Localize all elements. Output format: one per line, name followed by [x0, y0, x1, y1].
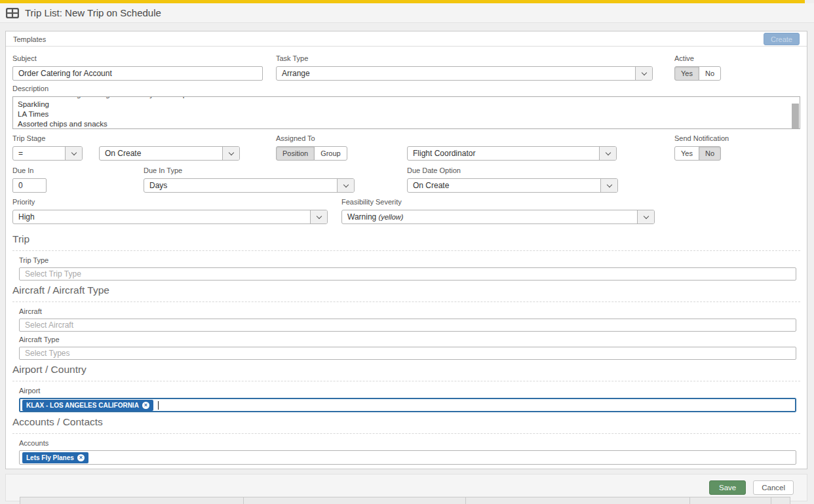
task-type-select[interactable]: Arrange: [276, 66, 653, 81]
section-title-accounts: Accounts / Contacts: [12, 416, 800, 428]
subject-input[interactable]: [12, 66, 263, 81]
priority-label: Priority: [12, 198, 328, 206]
templates-panel: Templates Create Subject Task Type Arran…: [5, 31, 807, 469]
accounts-input[interactable]: Lets Fly Planes ×: [19, 450, 796, 465]
description-scrollbar[interactable]: [791, 97, 800, 128]
due-in-type-label: Due In Type: [144, 166, 355, 175]
trip-stage-operator-select[interactable]: =: [12, 146, 83, 161]
column-divider: [465, 497, 466, 504]
column-divider: [689, 497, 690, 504]
chevron-down-icon: [635, 67, 652, 80]
trip-stage-field-group: Trip Stage = On Create: [12, 134, 240, 161]
create-button[interactable]: Create: [764, 33, 800, 45]
task-type-label: Task Type: [276, 54, 653, 63]
section-title-trip: Trip: [12, 233, 800, 245]
trip-stage-value: On Create: [100, 147, 222, 160]
trip-stage-select[interactable]: On Create: [99, 146, 240, 161]
feasibility-severity-select[interactable]: Warning (yellow): [341, 210, 655, 224]
priority-value: High: [13, 210, 310, 223]
due-date-option-value: On Create: [408, 179, 600, 192]
table-grid-icon: [6, 8, 19, 18]
app-header: Trip List: New Trip on Schedule: [0, 3, 814, 23]
feasibility-severity-note: (yellow): [379, 213, 404, 221]
trip-type-input[interactable]: [19, 267, 796, 281]
assigned-to-group-button[interactable]: Group: [314, 146, 347, 161]
text-cursor: [158, 401, 159, 410]
column-divider: [771, 497, 771, 504]
chevron-down-icon: [310, 210, 327, 223]
due-in-label: Due In: [12, 166, 47, 175]
feasibility-severity-field-group: Feasibility Severity Warning (yellow): [341, 198, 655, 224]
send-notification-yes-button[interactable]: Yes: [674, 146, 699, 161]
active-no-button[interactable]: No: [699, 66, 721, 81]
chevron-down-icon: [337, 179, 354, 192]
section-divider: [12, 301, 800, 302]
feasibility-severity-label: Feasibility Severity: [341, 198, 655, 206]
send-notification-label: Send Notification: [674, 134, 729, 143]
airport-input[interactable]: KLAX - LOS ANGELES CALIFORNIA ×: [19, 398, 796, 412]
assigned-to-toggle: Position Group: [276, 146, 347, 161]
remove-tag-icon[interactable]: ×: [77, 454, 85, 461]
task-type-value: Arrange: [277, 67, 635, 80]
chevron-down-icon: [600, 179, 617, 192]
templates-panel-title: Templates: [13, 35, 46, 43]
active-toggle: Yes No: [674, 66, 721, 81]
due-in-type-select[interactable]: Days: [144, 178, 355, 193]
subject-field-group: Subject: [12, 54, 263, 81]
task-type-field-group: Task Type Arrange: [276, 54, 653, 81]
airport-tag-text: KLAX - LOS ANGELES CALIFORNIA: [26, 402, 139, 409]
chevron-down-icon: [65, 147, 82, 160]
due-date-option-select[interactable]: On Create: [407, 178, 618, 193]
description-textarea[interactable]: Order the following catering for each da…: [12, 96, 800, 129]
due-date-option-field-group: Due Date Option On Create: [407, 166, 618, 193]
send-notification-no-button[interactable]: No: [699, 146, 721, 161]
account-tag: Lets Fly Planes ×: [22, 452, 88, 463]
aircraft-type-label: Aircraft Type: [19, 336, 800, 344]
priority-select[interactable]: High: [12, 210, 328, 224]
scrollbar-thumb[interactable]: [792, 104, 799, 129]
save-button[interactable]: Save: [709, 480, 746, 495]
remove-tag-icon[interactable]: ×: [142, 402, 149, 409]
section-title-aircraft: Aircraft / Aircraft Type: [12, 284, 800, 296]
due-in-input[interactable]: [12, 178, 47, 193]
active-yes-button[interactable]: Yes: [674, 66, 699, 81]
priority-field-group: Priority High: [12, 198, 328, 224]
airport-tag: KLAX - LOS ANGELES CALIFORNIA ×: [22, 400, 153, 411]
due-in-field-group: Due In: [12, 166, 47, 193]
templates-table-header: [20, 497, 790, 504]
page-title: Trip List: New Trip on Schedule: [25, 7, 161, 18]
aircraft-label: Aircraft: [19, 307, 800, 316]
account-tag-text: Lets Fly Planes: [26, 454, 74, 461]
trip-type-label: Trip Type: [19, 256, 800, 265]
chevron-down-icon: [599, 147, 616, 160]
accounts-label: Accounts: [19, 439, 800, 448]
due-date-option-label: Due Date Option: [407, 166, 618, 175]
section-divider: [12, 250, 800, 251]
description-label: Description: [12, 85, 800, 93]
cancel-button[interactable]: Cancel: [753, 480, 794, 495]
assigned-to-label: Assigned To: [276, 134, 332, 143]
feasibility-severity-value: Warning (yellow): [342, 210, 637, 223]
trip-stage-label: Trip Stage: [12, 134, 240, 143]
active-label: Active: [674, 54, 721, 63]
section-divider: [12, 381, 800, 381]
description-text: Order the following catering for each da…: [13, 96, 800, 129]
chevron-down-icon: [222, 147, 239, 160]
chevron-down-icon: [637, 210, 654, 223]
assignee-select[interactable]: Flight Coordinator: [407, 146, 617, 161]
due-in-type-value: Days: [144, 179, 337, 192]
assigned-to-field-group: Assigned To Position Group: [276, 134, 332, 161]
column-divider: [243, 497, 244, 504]
assignee-value: Flight Coordinator: [408, 147, 599, 160]
template-form: Subject Task Type Arrange Active Yes No …: [6, 47, 807, 469]
due-in-type-field-group: Due In Type Days: [144, 166, 355, 193]
section-title-airport: Airport / Country: [12, 364, 800, 376]
trip-stage-operator-value: =: [13, 147, 65, 160]
templates-panel-header: Templates Create: [6, 31, 807, 47]
assigned-to-position-button[interactable]: Position: [276, 146, 315, 161]
send-notification-toggle: Yes No: [674, 146, 721, 161]
section-divider: [12, 433, 800, 434]
aircraft-input[interactable]: [19, 319, 796, 332]
send-notification-field-group: Send Notification Yes No: [674, 134, 729, 161]
aircraft-type-input[interactable]: [19, 347, 796, 360]
